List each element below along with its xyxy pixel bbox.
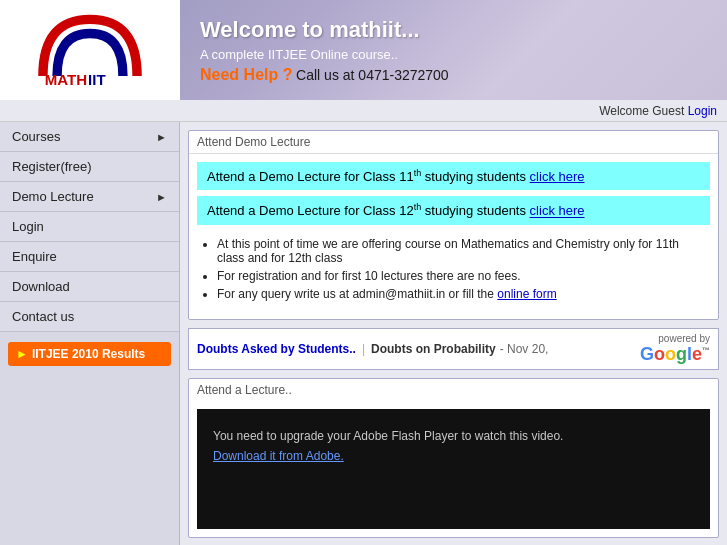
doubts-topic: Doubts on Probability	[371, 342, 496, 356]
sidebar: Courses ► Register(free) Demo Lecture ► …	[0, 122, 180, 545]
login-link[interactable]: Login	[688, 104, 717, 118]
sidebar-item-courses[interactable]: Courses ►	[0, 122, 179, 152]
attend-lecture-title: Attend a Lecture..	[189, 379, 718, 401]
video-placeholder: You need to upgrade your Adobe Flash Pla…	[197, 409, 710, 529]
courses-arrow-icon: ►	[156, 131, 167, 143]
doubts-date: - Nov 20,	[500, 342, 549, 356]
demo-row1-end: studying students	[421, 169, 526, 184]
demo-arrow-icon: ►	[156, 191, 167, 203]
play-icon: ►	[16, 347, 28, 361]
sidebar-item-register[interactable]: Register(free)	[0, 152, 179, 182]
demo-row1-link[interactable]: click here	[530, 169, 585, 184]
call-text: Call us at 0471-3272700	[296, 67, 449, 83]
doubts-sep: |	[362, 342, 365, 356]
demo-row2-link[interactable]: click here	[530, 204, 585, 219]
header-text: Welcome to mathiit... A complete IITJEE …	[180, 7, 727, 94]
sidebar-item-login[interactable]: Login	[0, 212, 179, 242]
sidebar-enquire-label: Enquire	[12, 249, 57, 264]
demo-bullet-list: At this point of time we are offering co…	[197, 231, 710, 311]
sidebar-login-label: Login	[12, 219, 44, 234]
top-bar: Welcome Guest Login	[0, 100, 727, 122]
svg-text:MATH: MATH	[45, 71, 87, 88]
online-form-link[interactable]: online form	[497, 287, 556, 301]
doubts-bar: Doubts Asked by Students.. | Doubts on P…	[188, 328, 719, 370]
sidebar-download-label: Download	[12, 279, 70, 294]
sidebar-register-label: Register(free)	[12, 159, 91, 174]
mathiit-logo: MATH IIT LEARNING PVT.LTD.	[20, 10, 160, 90]
powered-by: powered by Google™	[640, 333, 710, 365]
sidebar-item-enquire[interactable]: Enquire	[0, 242, 179, 272]
iitjee-banner[interactable]: ► IITJEE 2010 Results	[8, 342, 171, 366]
sidebar-item-download[interactable]: Download	[0, 272, 179, 302]
demo-row2-end: studying students	[421, 204, 526, 219]
sidebar-contact-label: Contact us	[12, 309, 74, 324]
google-logo: Google™	[640, 344, 710, 365]
demo-section-title: Attend Demo Lecture	[189, 131, 718, 154]
sidebar-item-contact[interactable]: Contact us	[0, 302, 179, 332]
bullet-item-2: For registration and for first 10 lectur…	[217, 269, 702, 283]
svg-text:LEARNING PVT.LTD.: LEARNING PVT.LTD.	[37, 89, 116, 90]
main-layout: Courses ► Register(free) Demo Lecture ► …	[0, 122, 727, 545]
welcome-guest-text: Welcome Guest	[599, 104, 684, 118]
demo-row2-text: Attend a Demo Lecture for Class 12	[207, 204, 414, 219]
header: MATH IIT LEARNING PVT.LTD. Welcome to ma…	[0, 0, 727, 100]
bullet-item-1: At this point of time we are offering co…	[217, 237, 702, 265]
doubts-link[interactable]: Doubts Asked by Students..	[197, 342, 356, 356]
tagline: A complete IITJEE Online course..	[200, 47, 707, 62]
iitjee-banner-label: IITJEE 2010 Results	[32, 347, 145, 361]
video-text: You need to upgrade your Adobe Flash Pla…	[213, 429, 563, 443]
powered-by-label: powered by	[640, 333, 710, 344]
bullet-item-3: For any query write us at admin@mathiit.…	[217, 287, 702, 301]
bullet3-text: For any query write us at admin@mathiit.…	[217, 287, 494, 301]
welcome-heading: Welcome to mathiit...	[200, 17, 707, 43]
sidebar-item-demo[interactable]: Demo Lecture ►	[0, 182, 179, 212]
main-content: Attend Demo Lecture Attend a Demo Lectur…	[180, 122, 727, 545]
help-line: Need Help ? Call us at 0471-3272700	[200, 66, 707, 84]
attend-lecture-section: Attend a Lecture.. You need to upgrade y…	[188, 378, 719, 538]
sidebar-demo-label: Demo Lecture	[12, 189, 94, 204]
demo-row-class11: Attend a Demo Lecture for Class 11th stu…	[197, 162, 710, 190]
need-help-label: Need Help ?	[200, 66, 292, 83]
tagline-text: A complete IITJEE Online course..	[200, 47, 398, 62]
adobe-download-link[interactable]: Download it from Adobe.	[213, 449, 694, 463]
demo-section-content: Attend a Demo Lecture for Class 11th stu…	[189, 154, 718, 319]
logo-area: MATH IIT LEARNING PVT.LTD.	[0, 0, 180, 100]
svg-text:IIT: IIT	[88, 71, 106, 88]
sidebar-courses-label: Courses	[12, 129, 60, 144]
demo-row-class12: Attend a Demo Lecture for Class 12th stu…	[197, 196, 710, 224]
demo-row1-text: Attend a Demo Lecture for Class 11	[207, 169, 414, 184]
demo-lecture-section: Attend Demo Lecture Attend a Demo Lectur…	[188, 130, 719, 320]
